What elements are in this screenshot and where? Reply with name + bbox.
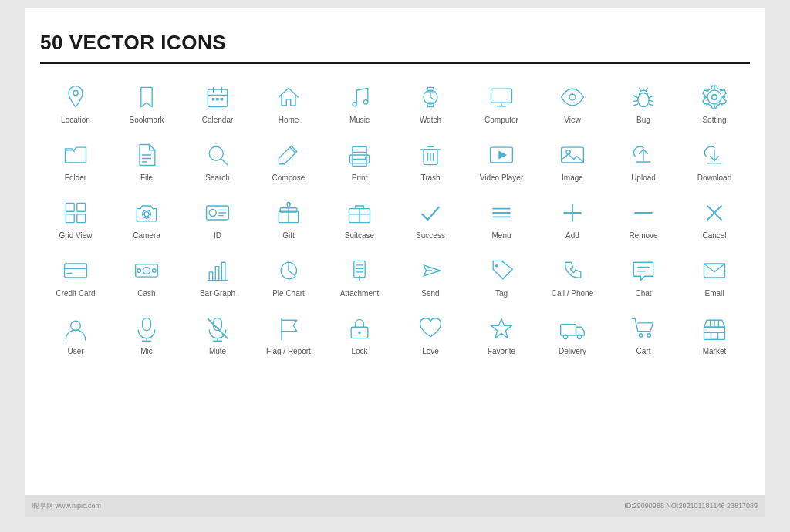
tag-icon <box>487 256 516 285</box>
chat-icon <box>629 256 658 285</box>
svg-rect-50 <box>77 214 86 222</box>
watch-icon <box>416 82 445 112</box>
music-icon-item: Music <box>324 78 395 128</box>
call-phone-icon-item: Call / Phone <box>537 251 608 301</box>
print-label: Print <box>352 173 368 183</box>
suitcase-label: Suitcase <box>345 231 374 241</box>
grid-view-icon <box>61 198 90 227</box>
image-label: Image <box>562 173 583 183</box>
mic-icon-item: Mic <box>111 309 182 359</box>
image-icon-item: Image <box>537 136 608 186</box>
home-icon-item: Home <box>253 78 324 128</box>
folder-icon <box>61 140 90 170</box>
svg-line-22 <box>640 88 641 90</box>
call-phone-label: Call / Phone <box>552 288 593 298</box>
calendar-label: Calendar <box>202 115 234 125</box>
view-label: View <box>564 115 581 125</box>
cash-icon-item: Cash <box>111 251 182 301</box>
compose-icon-item: Compose <box>253 136 324 186</box>
cash-label: Cash <box>137 288 155 298</box>
tag-label: Tag <box>495 288 508 298</box>
svg-point-15 <box>638 93 649 106</box>
suitcase-icon <box>345 198 374 227</box>
search-icon-item: Search <box>182 136 253 186</box>
email-label: Email <box>704 288 724 298</box>
svg-rect-79 <box>209 271 213 280</box>
lock-label: Lock <box>351 346 367 356</box>
download-icon-item: Download <box>679 136 750 186</box>
file-label: File <box>140 173 153 183</box>
add-icon-item: Add <box>537 194 608 244</box>
send-icon-item: Send <box>395 251 466 301</box>
page-title: 50 VECTOR ICONS <box>40 31 750 55</box>
delivery-icon <box>558 314 587 343</box>
delivery-label: Delivery <box>559 346 586 356</box>
svg-line-32 <box>290 147 295 153</box>
home-icon <box>274 82 303 112</box>
location-label: Location <box>61 115 90 125</box>
love-label: Love <box>422 346 439 356</box>
svg-rect-33 <box>353 159 366 166</box>
bug-icon <box>629 82 658 112</box>
suitcase-icon-item: Suitcase <box>324 194 395 244</box>
svg-rect-47 <box>66 203 74 211</box>
credit-card-label: Credit Card <box>56 288 95 298</box>
print-icon-item: Print <box>324 136 395 186</box>
calendar-icon <box>203 82 232 112</box>
attachment-icon <box>345 256 374 285</box>
favorite-label: Favorite <box>488 346 515 356</box>
pie-chart-icon <box>274 256 303 285</box>
credit-card-icon-item: Credit Card <box>40 251 111 301</box>
svg-point-8 <box>353 102 356 106</box>
pie-chart-icon-item: Pie Chart <box>253 251 324 301</box>
bookmark-icon <box>132 82 161 112</box>
setting-icon <box>700 82 729 112</box>
folder-label: Folder <box>65 173 86 183</box>
bar-graph-icon <box>203 256 232 285</box>
location-icon-item: Location <box>40 78 111 128</box>
favorite-icon <box>487 314 516 343</box>
home-label: Home <box>279 115 299 125</box>
upload-icon-item: Upload <box>608 136 679 186</box>
attachment-icon-item: Attachment <box>324 251 395 301</box>
svg-point-108 <box>647 333 651 337</box>
chat-icon-item: Chat <box>608 251 679 301</box>
bookmark-icon-item: Bookmark <box>111 78 182 128</box>
svg-marker-103 <box>491 318 512 338</box>
svg-point-25 <box>707 90 721 104</box>
computer-icon-item: Computer <box>466 78 537 128</box>
bar-graph-icon-item: Bar Graph <box>182 251 253 301</box>
tag-icon-item: Tag <box>466 251 537 301</box>
svg-rect-72 <box>65 264 87 278</box>
mic-icon <box>132 314 161 343</box>
watch-label: Watch <box>420 115 441 125</box>
trash-label: Trash <box>420 173 440 183</box>
folder-icon-item: Folder <box>40 136 111 186</box>
mute-icon <box>203 314 232 343</box>
send-label: Send <box>421 288 439 298</box>
lock-icon <box>345 314 374 343</box>
id-icon <box>203 198 232 227</box>
svg-line-21 <box>649 104 653 106</box>
send-icon <box>416 256 445 285</box>
delivery-icon-item: Delivery <box>537 309 608 359</box>
market-icon-item: Market <box>679 309 750 359</box>
compose-label: Compose <box>272 173 306 183</box>
svg-point-76 <box>143 267 150 274</box>
camera-label: Camera <box>133 231 160 241</box>
gift-icon-item: Gift <box>253 194 324 244</box>
love-icon-item: Love <box>395 309 466 359</box>
menu-label: Menu <box>491 231 511 241</box>
calendar-icon-item: Calendar <box>182 78 253 128</box>
upload-label: Upload <box>631 173 656 183</box>
gift-icon <box>274 198 303 227</box>
svg-rect-11 <box>491 89 512 103</box>
svg-line-20 <box>633 104 637 106</box>
bar-graph-label: Bar Graph <box>200 288 235 298</box>
upload-icon <box>629 140 658 170</box>
love-icon <box>416 314 445 343</box>
attachment-label: Attachment <box>340 288 380 298</box>
add-label: Add <box>565 231 579 241</box>
print-icon <box>345 140 374 170</box>
computer-label: Computer <box>484 115 518 125</box>
